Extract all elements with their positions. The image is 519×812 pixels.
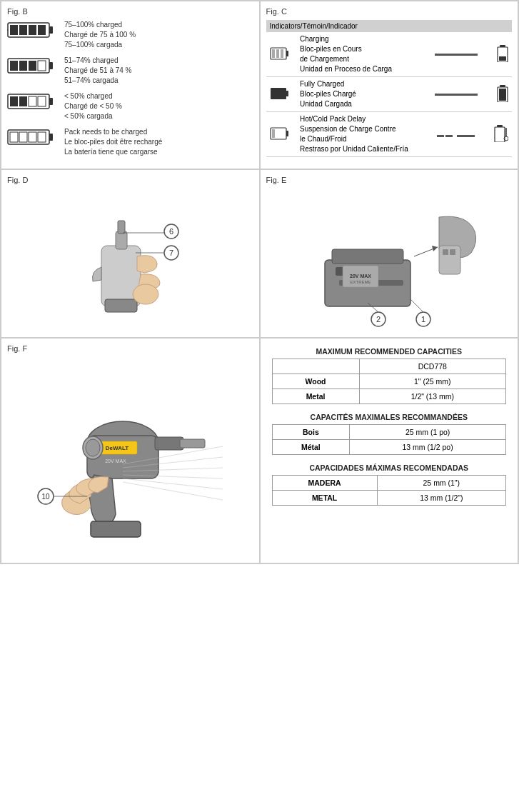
svg-rect-76 [155,437,183,450]
capacity-row-metal-es: METAL 13 mm (1/2") [272,491,506,506]
indicator-batt-charging [488,32,512,77]
svg-rect-15 [10,96,18,106]
battery-row-mid: 51–74% chargedChargé de 51 à 74 %51–74% … [7,56,253,86]
svg-rect-3 [19,25,27,35]
svg-rect-11 [29,61,36,71]
wood-value-en: 1" (25 mm) [359,374,505,389]
wood-label-en: Wood [272,374,359,389]
fig-c-table: Indicators/Témoin/Indicador [266,20,513,157]
svg-rect-28 [276,49,279,58]
battery-text-full: 75–100% chargedChargé de 75 à 100 %75–10… [64,20,136,50]
capacity-header-row: DCD778 [272,359,506,374]
svg-line-87 [123,478,223,489]
battery-text-low: < 50% chargedChargé de < 50 %< 50% carga… [64,91,122,121]
svg-rect-77 [180,439,205,448]
capacity-row-metal-fr: Métal 13 mm (1/2 po) [272,440,506,455]
svg-rect-4 [29,25,36,35]
fig-e-label: Fig. E [266,176,513,184]
svg-rect-21 [10,132,18,142]
svg-rect-1 [49,26,53,34]
battery-text-empty: Pack needs to be chargedLe bloc-piles do… [64,127,162,157]
svg-text:20V MAX: 20V MAX [350,274,371,279]
svg-rect-78 [91,521,141,537]
svg-rect-2 [10,25,18,35]
fig-e-panel: Fig. E 20V MAX EXTREME [260,169,519,338]
svg-rect-12 [38,61,46,71]
fig-f-image: DeWALT 10 [7,357,253,557]
svg-text:10: 10 [42,493,51,501]
svg-rect-65 [450,249,455,255]
battery-icon-low [7,91,59,111]
svg-rect-64 [443,249,448,255]
bois-value: 25 mm (1 po) [350,425,506,440]
svg-rect-9 [10,61,18,71]
svg-rect-16 [19,96,27,106]
fig-d-illustration: 6 7 [51,189,208,331]
svg-text:2: 2 [376,315,381,324]
metal-label-en: Metal [272,389,359,404]
fig-f-panel: Fig. F DeWALT [1,338,260,563]
svg-marker-67 [432,246,438,251]
svg-line-86 [123,482,223,500]
svg-rect-5 [38,25,46,35]
battery-row-empty: Pack needs to be chargedLe bloc-piles do… [7,127,253,157]
svg-rect-57 [332,249,403,264]
svg-point-82 [86,439,100,456]
capacity-header-empty [272,359,359,374]
svg-rect-42 [495,127,505,142]
fig-e-image: 20V MAX EXTREME 2 1 [266,189,513,331]
svg-text:1: 1 [421,315,425,324]
svg-rect-24 [38,132,46,142]
capacity-row-madera: MADERA 25 mm (1") [272,476,506,491]
indicator-text-charging: ChargingBloc-piles en Coursde Chargement… [296,32,424,77]
fig-f-label: Fig. F [7,344,253,353]
svg-rect-8 [49,62,53,69]
metal-value-en: 1/2" (13 mm) [359,389,505,404]
capacity-header-model: DCD778 [359,359,505,374]
battery-row-full: 75–100% chargedChargé de 75 à 100 %75–10… [7,20,253,50]
fig-c-label: Fig. C [266,7,513,16]
fig-d-image: 6 7 [7,189,253,331]
fig-c-panel: Fig. C Indicators/Témoin/Indicador [260,1,519,169]
fig-d-label: Fig. D [7,176,253,184]
svg-text:6: 6 [169,227,173,236]
capacity-title-english: MAXIMUM RECOMMENDED CAPACITIES [272,347,507,356]
fig-c-header: Indicators/Témoin/Indicador [266,20,513,32]
svg-rect-22 [19,132,27,142]
indicator-icon-charging [266,32,297,77]
capacity-table-french: Bois 25 mm (1 po) Métal 13 mm (1/2 po) [272,424,507,455]
svg-rect-47 [118,221,125,234]
metal-value-fr: 13 mm (1/2 po) [350,440,506,455]
svg-text:DeWALT: DeWALT [106,445,129,451]
svg-rect-32 [499,56,506,61]
battery-text-mid: 51–74% chargedChargé de 51 à 74 %51–74% … [64,56,132,86]
indicator-text-full: Fully ChargedBloc-piles ChargéUnidad Car… [296,77,424,112]
svg-rect-18 [38,96,46,106]
svg-text:20V MAX: 20V MAX [105,458,126,463]
capacity-row-wood-en: Wood 1" (25 mm) [272,374,506,389]
capacity-section-spanish: CAPACIDADES MÁXIMAS RECOMENDADAS MADERA … [272,463,507,506]
fig-f-illustration: DeWALT 10 [30,357,230,557]
indicator-row-full: Fully ChargedBloc-piles ChargéUnidad Car… [266,77,513,112]
svg-rect-20 [49,134,53,141]
svg-rect-10 [19,61,27,71]
svg-rect-48 [105,299,137,312]
indicator-batt-hotcold [488,112,512,157]
svg-rect-17 [29,96,36,106]
svg-rect-29 [281,49,283,58]
indicator-dash-hotcold [424,112,488,157]
svg-text:EXTREME: EXTREME [350,280,371,284]
metal-label-es: METAL [272,491,377,506]
svg-rect-14 [49,98,53,105]
svg-rect-37 [499,89,506,101]
svg-rect-26 [286,51,288,56]
bois-label: Bois [272,425,350,440]
svg-line-73 [410,299,423,312]
indicator-icon-hotcold [266,112,297,157]
madera-label: MADERA [272,476,377,491]
metal-value-es: 13 mm (1/2") [377,491,505,506]
metal-label-fr: Métal [272,440,350,455]
indicator-dash-charging [424,32,488,77]
battery-icon-empty [7,127,59,147]
indicator-dash-full [424,77,488,112]
